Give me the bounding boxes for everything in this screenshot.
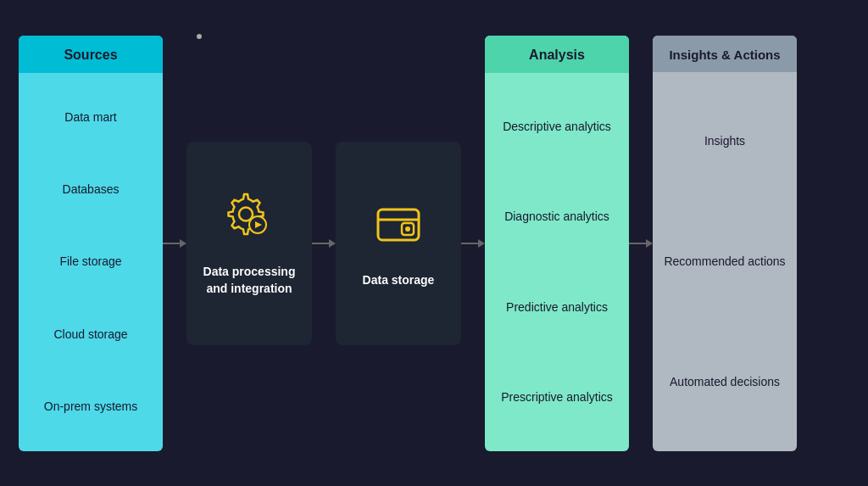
list-item: Descriptive analytics bbox=[498, 113, 615, 140]
arrow-sources-to-processing bbox=[163, 239, 186, 248]
list-item: Databases bbox=[58, 176, 124, 203]
sources-items: Data mart Databases File storage Cloud s… bbox=[19, 73, 163, 451]
analysis-column: Analysis Descriptive analytics Diagnosti… bbox=[485, 36, 629, 451]
sources-column: Sources Data mart Databases File storage… bbox=[19, 36, 163, 451]
arrow-analysis-to-insights bbox=[629, 239, 653, 248]
list-item: Automated decisions bbox=[665, 368, 784, 395]
gear-play-icon bbox=[222, 189, 276, 247]
arrow-processing-to-storage bbox=[312, 239, 336, 248]
list-item: Predictive analytics bbox=[502, 293, 612, 321]
data-storage-card: Data storage bbox=[336, 142, 461, 345]
list-item: Data mart bbox=[60, 103, 120, 131]
main-diagram: Sources Data mart Databases File storage… bbox=[19, 19, 849, 468]
insights-header: Insights & Actions bbox=[653, 36, 797, 72]
analysis-header: Analysis bbox=[485, 36, 629, 73]
analysis-items: Descriptive analytics Diagnostic analyti… bbox=[485, 73, 629, 451]
list-item: Insights bbox=[700, 127, 749, 154]
insights-column: Insights & Actions Insights Recommended … bbox=[653, 36, 797, 451]
data-processing-card: Data processing and integration bbox=[186, 142, 312, 345]
insights-items: Insights Recommended actions Automated d… bbox=[653, 72, 797, 451]
arrow-storage-to-analysis bbox=[461, 239, 485, 248]
list-item: Recommended actions bbox=[659, 248, 789, 275]
list-item: File storage bbox=[55, 248, 125, 275]
list-item: Diagnostic analytics bbox=[500, 203, 614, 230]
list-item: On-prem systems bbox=[40, 393, 142, 420]
list-item: Cloud storage bbox=[49, 321, 131, 348]
svg-point-6 bbox=[405, 226, 410, 232]
decoration-dot bbox=[197, 34, 202, 39]
list-item: Prescriptive analytics bbox=[497, 383, 617, 411]
processing-label: Data processing and integration bbox=[186, 264, 312, 297]
storage-icon bbox=[371, 198, 426, 255]
sources-header: Sources bbox=[19, 36, 163, 73]
storage-label: Data storage bbox=[354, 272, 443, 289]
